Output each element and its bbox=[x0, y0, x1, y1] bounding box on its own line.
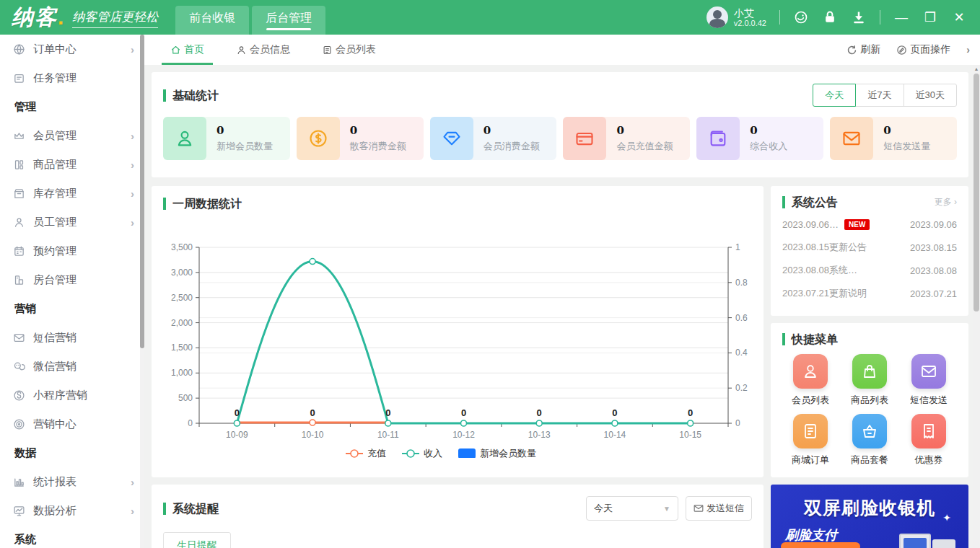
person-icon bbox=[793, 354, 828, 389]
stat-label: 综合收入 bbox=[750, 140, 787, 153]
reminder-period-select[interactable]: 今天 ▼ bbox=[586, 496, 678, 521]
close-button[interactable]: ✕ bbox=[951, 9, 967, 25]
chevron-right-icon: › bbox=[131, 187, 134, 200]
sidebar-item[interactable]: 员工管理 › bbox=[0, 208, 144, 237]
period-button[interactable]: 近30天 bbox=[904, 84, 957, 107]
svg-text:3,500: 3,500 bbox=[171, 242, 193, 252]
main-scrollbar[interactable]: ▲ bbox=[973, 65, 980, 548]
sidebar-item[interactable]: 统计报表 › bbox=[0, 467, 144, 496]
sidebar-item-label: 预约管理 bbox=[33, 244, 76, 258]
app-window: 纳客. 纳客管店更轻松 前台收银 后台管理 小艾 v2.0.0.42 bbox=[0, 0, 980, 548]
svg-text:0: 0 bbox=[537, 407, 542, 418]
svg-text:10-10: 10-10 bbox=[302, 430, 324, 440]
birthday-reminder-tab[interactable]: 生日提醒 bbox=[163, 532, 231, 548]
sidebar: 订单中心 › 任务管理 › 管理 会员管理 › 商品管理 › bbox=[0, 35, 144, 548]
sidebar-item[interactable]: 数据分析 › bbox=[0, 496, 144, 525]
announcement-row[interactable]: 2023.09.06… NEW 2023.09.06 bbox=[782, 213, 957, 236]
sidebar-item[interactable]: 库存管理 › bbox=[0, 179, 144, 208]
ad-banner[interactable]: 双屏刷脸收银机 刷脸支付 ✦ bbox=[771, 485, 968, 548]
mail-icon bbox=[830, 117, 873, 160]
sidebar-item[interactable]: 预约管理 › bbox=[0, 237, 144, 265]
page-ops-button[interactable]: 页面操作 bbox=[896, 43, 950, 56]
page-tab[interactable]: 首页 bbox=[170, 35, 204, 65]
sidebar-item-label: 房台管理 bbox=[33, 273, 76, 287]
sidebar-section-label: 营销 bbox=[0, 294, 144, 323]
quick-menu-item[interactable]: 短信发送 bbox=[899, 354, 958, 407]
sidebar-item[interactable]: 小程序营销 › bbox=[0, 381, 144, 410]
stock-icon bbox=[13, 187, 26, 200]
mode-tab[interactable]: 前台收银 bbox=[175, 6, 249, 35]
calendar-icon bbox=[13, 244, 26, 257]
sidebar-item[interactable]: 订单中心 › bbox=[0, 35, 144, 63]
announcement-date: 2023.08.15 bbox=[910, 242, 957, 253]
svg-text:10-14: 10-14 bbox=[604, 430, 626, 440]
quick-menu-item[interactable]: 商品套餐 bbox=[840, 414, 899, 467]
quick-menu-item[interactable]: 商品列表 bbox=[840, 354, 899, 407]
announcement-date: 2023.07.21 bbox=[910, 288, 957, 299]
avatar[interactable] bbox=[706, 6, 728, 28]
sidebar-item[interactable]: 微信营销 › bbox=[0, 352, 144, 381]
announcement-label: 2023.07.21更新说明 bbox=[782, 287, 867, 300]
support-icon[interactable] bbox=[793, 9, 809, 25]
sidebar-item[interactable]: 房台管理 › bbox=[0, 265, 144, 294]
download-icon[interactable] bbox=[851, 9, 867, 25]
mode-tab[interactable]: 后台管理 bbox=[252, 6, 325, 35]
period-button[interactable]: 近7天 bbox=[855, 84, 904, 107]
announcement-row[interactable]: 2023.08.08系统… 2023.08.08 bbox=[782, 259, 957, 282]
diamond-icon bbox=[430, 117, 473, 160]
stat-value: 0 bbox=[216, 124, 273, 137]
mode-tab-label: 后台管理 bbox=[266, 11, 312, 26]
brand: 纳客. 纳客管店更轻松 bbox=[0, 3, 168, 32]
svg-text:0: 0 bbox=[688, 407, 693, 418]
sidebar-item[interactable]: 会员管理 › bbox=[0, 121, 144, 150]
card-icon bbox=[563, 117, 606, 160]
send-sms-button[interactable]: 发送短信 bbox=[686, 496, 752, 521]
lock-icon[interactable] bbox=[822, 9, 838, 25]
mode-tabs: 前台收银 后台管理 bbox=[175, 0, 325, 35]
svg-text:2,500: 2,500 bbox=[171, 293, 193, 303]
scroll-up-arrow[interactable]: ▲ bbox=[973, 65, 980, 74]
quick-menu-item[interactable]: 会员列表 bbox=[781, 354, 840, 407]
more-link[interactable]: 更多 › bbox=[935, 196, 957, 208]
globe-icon bbox=[13, 43, 26, 56]
sidebar-item[interactable]: 短信营销 › bbox=[0, 323, 144, 352]
page-tab[interactable]: 会员信息 bbox=[236, 35, 290, 65]
announcement-row[interactable]: 2023.08.15更新公告 2023.08.15 bbox=[782, 236, 957, 259]
period-button[interactable]: 今天 bbox=[813, 84, 856, 107]
page-tab[interactable]: 会员列表 bbox=[322, 35, 376, 65]
announcements-title: 系统公告 bbox=[782, 196, 838, 208]
chevron-right-icon[interactable]: › bbox=[966, 44, 970, 56]
svg-text:10-15: 10-15 bbox=[679, 430, 701, 440]
chevron-right-icon: › bbox=[131, 130, 134, 142]
quick-menu-item[interactable]: 优惠券 bbox=[899, 414, 958, 467]
quick-menu-item[interactable]: 商城订单 bbox=[781, 414, 840, 467]
reminder-period-value: 今天 bbox=[594, 502, 613, 515]
sidebar-item-label: 微信营销 bbox=[33, 360, 76, 374]
svg-text:1,500: 1,500 bbox=[171, 342, 193, 353]
app-header: 纳客. 纳客管店更轻松 前台收银 后台管理 小艾 v2.0.0.42 bbox=[0, 0, 980, 35]
announcement-row[interactable]: 2023.07.21更新说明 2023.07.21 bbox=[782, 282, 957, 305]
chevron-right-icon: › bbox=[131, 505, 134, 517]
user-box[interactable]: 小艾 v2.0.0.42 bbox=[706, 6, 766, 28]
sidebar-item[interactable]: 任务管理 › bbox=[0, 63, 144, 92]
svg-text:0.8: 0.8 bbox=[735, 278, 748, 288]
sidebar-item[interactable]: 营销中心 › bbox=[0, 410, 144, 438]
page-ops-label: 页面操作 bbox=[910, 43, 950, 56]
sidebar-item[interactable]: 商品管理 › bbox=[0, 150, 144, 179]
period-button-group: 今天近7天近30天 bbox=[813, 84, 957, 107]
announcement-label: 2023.08.08系统… bbox=[782, 264, 857, 277]
minimize-button[interactable]: — bbox=[893, 10, 909, 25]
stat-card: 0 短信发送量 bbox=[830, 117, 957, 160]
svg-text:10-09: 10-09 bbox=[226, 430, 248, 440]
ad-title: 双屏刷脸收银机 bbox=[771, 496, 968, 520]
announcement-date: 2023.09.06 bbox=[910, 219, 957, 230]
chevron-right-icon: › bbox=[131, 43, 134, 56]
main-scrollbar-thumb[interactable] bbox=[974, 74, 979, 311]
maximize-button[interactable]: ❐ bbox=[922, 9, 938, 25]
chevron-right-icon: › bbox=[131, 159, 134, 171]
basket-icon bbox=[852, 414, 887, 448]
content-area: 基础统计 今天近7天近30天 0 新增会员数量 bbox=[144, 65, 980, 548]
refresh-button[interactable]: 刷新 bbox=[846, 43, 880, 56]
weekly-data-chart[interactable]: 05001,0001,5002,0002,5003,0003,50000.20.… bbox=[154, 213, 753, 458]
svg-text:收入: 收入 bbox=[424, 448, 442, 458]
